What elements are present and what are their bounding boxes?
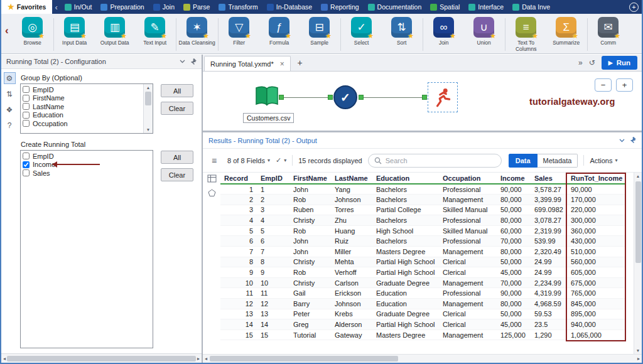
listbox-scrollbar[interactable]: ▲ ▼ [143, 84, 153, 133]
field-row-sales[interactable]: Sales [23, 169, 141, 178]
checkbox-education[interactable] [23, 112, 30, 119]
scroll-down-icon[interactable]: ▼ [146, 127, 150, 132]
search-box[interactable] [368, 154, 502, 168]
input-data-node[interactable] [254, 84, 279, 109]
input-anchor[interactable] [328, 95, 333, 100]
table-row[interactable]: 33RubenTorresPartial CollegeSkilled Manu… [220, 205, 626, 215]
zoom-out-button[interactable]: − [595, 78, 612, 92]
collapse-panel-icon[interactable] [180, 60, 185, 63]
table-row[interactable]: 1515TutorialGatewayMasters DegreeManagem… [220, 329, 626, 340]
column-header-sales[interactable]: Sales [531, 173, 567, 184]
table-row[interactable]: 1212BarryJohnsonEducationManagement80,00… [220, 299, 626, 309]
ribbon-tab-transform[interactable]: Transform [214, 0, 262, 14]
scroll-up-icon[interactable]: ▲ [636, 174, 640, 178]
checkbox-empid[interactable] [23, 153, 30, 159]
ribbon-tab-in-database[interactable]: In-Database [262, 0, 316, 14]
pin-results-icon[interactable] [630, 137, 636, 144]
scroll-right-icon[interactable]: ▸ [197, 356, 200, 361]
scrollbar-thumb[interactable] [210, 356, 398, 361]
table-row[interactable]: 22RobJohnsonBachelorsManagement80,0003,3… [220, 195, 626, 205]
ribbon-tab-join[interactable]: Join [149, 0, 179, 14]
new-workflow-icon[interactable]: + [293, 56, 308, 69]
table-row[interactable]: 77JohnMillerMasters DegreeManagement80,0… [220, 247, 626, 257]
scrollbar-thumb[interactable] [7, 356, 196, 361]
config-horizontal-scrollbar[interactable]: ◂ ▸ [1, 353, 202, 363]
table-row[interactable]: 1313PeterKrebsGraduate DegreeClerical50,… [220, 309, 626, 319]
ribbon-tab-in-out[interactable]: In/Out [60, 0, 97, 14]
tool-text-input[interactable]: ✎★Text Input [135, 17, 175, 46]
column-header-firstname[interactable]: FirstName [289, 173, 331, 184]
output-anchor[interactable] [279, 95, 284, 100]
metadata-view-button[interactable]: Metadata [538, 154, 578, 168]
tool-summarize[interactable]: Σ★Summarize [546, 17, 586, 46]
workflow-canvas[interactable]: ✓ Customers.csv tutorialgateway.org − + [203, 72, 642, 132]
collapse-results-icon[interactable] [619, 139, 625, 142]
select-tool-node[interactable]: ✓ [333, 85, 357, 109]
hamburger-menu-icon[interactable]: ≡ [207, 156, 222, 166]
ribbon-scroll-left-icon[interactable]: ‹ [52, 0, 60, 14]
results-vertical-scrollbar[interactable]: ▲ ▼ [634, 173, 642, 354]
data-view-button[interactable]: Data [509, 154, 538, 168]
tool-union[interactable]: ∪★Union [464, 17, 504, 46]
checkbox-firstname[interactable] [23, 95, 30, 102]
scroll-left-icon[interactable]: ◂ [205, 356, 207, 361]
table-view-icon[interactable] [207, 174, 217, 183]
select-fields-dropdown[interactable]: ✓ ▾ [276, 156, 286, 164]
table-row[interactable]: 99RobVerhoffPartial High SchoolClerical4… [220, 267, 626, 278]
tool-join[interactable]: ∞★Join [424, 17, 464, 46]
scroll-left-icon[interactable]: ◂ [3, 356, 6, 361]
table-row[interactable]: 1111GailEricksonEducationProfessional90,… [220, 288, 626, 299]
search-input[interactable] [386, 157, 495, 164]
running-total-clear-button[interactable]: Clear [161, 168, 193, 181]
table-row[interactable]: 66JohnRuizBachelorsProfessional70,000539… [220, 236, 626, 247]
tool-output-data[interactable]: ▥★Output Data [95, 17, 135, 46]
ribbon-tab-data-inve[interactable]: Data Inve [508, 0, 554, 14]
gear-icon[interactable]: ⚙ [4, 72, 16, 84]
navigation-arrows-icon[interactable]: ⇅ [4, 88, 16, 100]
tool-sample[interactable]: ⊟★Sample [300, 17, 340, 46]
ribbon-tab-spatial[interactable]: Spatial [426, 0, 464, 14]
tool-formula[interactable]: ƒ★Formula [259, 17, 300, 46]
tool-input-data[interactable]: ▤★Input Data [55, 17, 95, 46]
ribbon-tab-favorites[interactable]: ★Favorites [1, 0, 52, 14]
scroll-right-icon[interactable]: ▸ [637, 356, 640, 361]
fields-dropdown[interactable]: 8 of 8 Fields ▾ [227, 157, 270, 164]
workflow-tab[interactable]: Running Total.yxmd* × [204, 56, 291, 71]
scroll-down-icon[interactable]: ▼ [636, 348, 640, 353]
field-row-firstname[interactable]: FirstName [23, 94, 141, 103]
profile-view-icon[interactable] [208, 189, 216, 197]
tags-icon[interactable]: ❖ [4, 104, 16, 115]
tool-browse[interactable]: ◎★Browse [13, 17, 53, 46]
table-row[interactable]: 88ChristyMehtaPartial High SchoolClerica… [220, 257, 626, 267]
checkbox-lastname[interactable] [23, 103, 30, 110]
column-header-occupation[interactable]: Occupation [439, 173, 497, 184]
table-row[interactable]: 1414GregAldersonPartial High SchoolCleri… [220, 319, 626, 330]
group-by-all-button[interactable]: All [161, 84, 193, 97]
column-header-empid[interactable]: EmpID [257, 173, 289, 184]
pin-panel-icon[interactable] [190, 58, 197, 65]
field-row-occupation[interactable]: Occupation [23, 119, 141, 128]
tool-filter[interactable]: ▽★Filter [219, 17, 259, 46]
column-header-runtot-income[interactable]: RunTot_Income [567, 173, 626, 184]
actions-dropdown[interactable]: Actions ▾ [590, 157, 617, 164]
overflow-chevrons-icon[interactable]: » [578, 58, 583, 67]
table-row[interactable]: 11JohnYangBachelorsProfessional90,0003,5… [220, 184, 626, 195]
running-total-listbox[interactable]: EmpIDIncomeSales [20, 150, 153, 348]
table-row[interactable]: 1010ChristyCarlsonGraduate DegreeManagem… [220, 277, 626, 288]
tool-data-cleansing[interactable]: ✶★Data Cleansing [177, 17, 217, 46]
schedule-icon[interactable]: ↺ [589, 58, 595, 67]
input-anchor[interactable] [422, 95, 427, 100]
running-total-all-button[interactable]: All [161, 151, 193, 164]
field-row-empid[interactable]: EmpID [23, 85, 141, 94]
checkbox-income[interactable] [23, 161, 30, 168]
ribbon-tab-preparation[interactable]: Preparation [96, 0, 148, 14]
scroll-up-icon[interactable]: ▲ [146, 85, 150, 90]
tool-select[interactable]: ✓★Select [342, 17, 382, 46]
ribbon-tab-documentation[interactable]: Documentation [364, 0, 426, 14]
run-button[interactable]: ▶ Run [602, 56, 637, 70]
field-row-education[interactable]: Education [23, 111, 141, 120]
field-row-lastname[interactable]: LastName [23, 102, 141, 111]
column-header-record[interactable]: Record [220, 173, 257, 184]
zoom-in-button[interactable]: + [616, 78, 633, 92]
output-anchor[interactable] [359, 95, 364, 100]
